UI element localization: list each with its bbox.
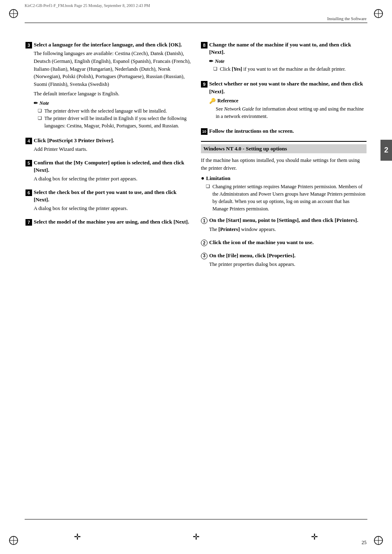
step-10-content: Follow the instructions on the screen. xyxy=(209,127,367,136)
section-step-1: 1 On the [Start] menu, point to [Setting… xyxy=(201,217,367,235)
section-step-3-body: The printer properties dialog box appear… xyxy=(209,261,367,268)
step-5: 5 Confirm that the [My Computer] option … xyxy=(25,159,191,185)
step-3-content: Select a language for the interface lang… xyxy=(34,41,191,133)
section-step-3-number: 3 xyxy=(201,253,208,259)
step-8-note: ✏ Note ❏ Click [Yes] if you want to set … xyxy=(209,58,367,73)
note-8-item-1: ❏ Click [Yes] if you want to set the mac… xyxy=(213,65,367,73)
header-line xyxy=(25,23,367,23)
section-step-2-title: Click the icon of the machine you want t… xyxy=(209,239,367,246)
section-step-3-title: On the [File] menu, click [Properties]. xyxy=(209,252,367,259)
step-7-number: 7 xyxy=(25,219,32,226)
section-step-3-content: On the [File] menu, click [Properties]. … xyxy=(209,252,367,270)
note-3-title: ✏ Note xyxy=(34,100,191,106)
section-step-3: 3 On the [File] menu, click [Properties]… xyxy=(201,252,367,270)
note-icon: ✏ xyxy=(34,100,38,106)
corner-mark-tr xyxy=(372,7,385,20)
step-7: 7 Select the model of the machine you ar… xyxy=(25,218,191,227)
step-7-content: Select the model of the machine you are … xyxy=(34,218,191,227)
step-5-title: Confirm that the [My Computer] option is… xyxy=(34,159,191,174)
footer-cross-left: ✛ xyxy=(74,532,81,542)
limitation-box: ● Limitation ❏ Changing printer settings… xyxy=(201,175,367,212)
corner-mark-br xyxy=(372,534,385,547)
chapter-tab: 2 xyxy=(380,140,392,161)
step-4-title: Click [PostScript 3 Printer Driver]. xyxy=(34,137,191,144)
main-content: 3 Select a language for the interface la… xyxy=(25,41,367,517)
note-8-title: ✏ Note xyxy=(209,58,367,65)
step-10: 10 Follow the instructions on the screen… xyxy=(201,127,367,136)
step-8-title: Change the name of the machine if you wa… xyxy=(209,41,367,56)
step-6-title: Select the check box of the port you wan… xyxy=(34,189,191,203)
step-5-body: A dialog box for selecting the printer p… xyxy=(34,175,191,183)
right-column: 8 Change the name of the machine if you … xyxy=(201,41,367,274)
header-section: Installing the Software xyxy=(327,16,367,21)
section-step-2: 2 Click the icon of the machine you want… xyxy=(201,239,367,247)
step-9-title: Select whether or not you want to share … xyxy=(209,80,367,95)
note-3-item-2: ❏ The printer driver will be installed i… xyxy=(38,115,191,129)
step-4-body: Add Printer Wizard starts. xyxy=(34,145,191,153)
step-3-body2: The default interface language is Englis… xyxy=(34,90,191,98)
section-step-1-body: The [Printers] window appears. xyxy=(209,226,367,233)
note-3-item-1: ❏ The printer driver with the selected l… xyxy=(38,107,191,115)
step-9-number: 9 xyxy=(201,81,208,88)
step-9-ref: 🔑 Reference See Network Guide for inform… xyxy=(209,98,367,120)
step-10-title: Follow the instructions on the screen. xyxy=(209,127,367,135)
step-3-body: The following languages are available: C… xyxy=(34,50,191,88)
section-step-2-number: 2 xyxy=(201,240,208,246)
step-3-note: ✏ Note ❏ The printer driver with the sel… xyxy=(34,100,191,129)
page-number: 25 xyxy=(362,540,367,546)
limitation-title: ● Limitation xyxy=(201,175,367,182)
corner-mark-tl xyxy=(7,7,20,20)
step-4-content: Click [PostScript 3 Printer Driver]. Add… xyxy=(34,137,191,155)
section-divider xyxy=(201,141,367,142)
section-step-1-number: 1 xyxy=(201,217,208,224)
step-8-content: Change the name of the machine if you wa… xyxy=(209,41,367,76)
ref-9-title: 🔑 Reference xyxy=(209,98,367,104)
ref-9-body: See Network Guide for information about … xyxy=(216,105,367,120)
page: KirC2-GB-Pref1-F_FM.book Page 25 Monday,… xyxy=(0,0,392,554)
step-6-body: A dialog box for selecting the printer a… xyxy=(34,205,191,212)
left-column: 3 Select a language for the interface la… xyxy=(25,41,191,274)
step-8: 8 Change the name of the machine if you … xyxy=(201,41,367,76)
step-7-title: Select the model of the machine you are … xyxy=(34,218,191,226)
step-6-number: 6 xyxy=(25,189,32,196)
section-step-2-content: Click the icon of the machine you want t… xyxy=(209,239,367,247)
step-6-content: Select the check box of the port you wan… xyxy=(34,189,191,214)
step-4-number: 4 xyxy=(25,138,32,144)
step-3: 3 Select a language for the interface la… xyxy=(25,41,191,133)
corner-mark-bl xyxy=(7,534,20,547)
step-10-number: 10 xyxy=(201,128,208,135)
footer-cross-right: ✛ xyxy=(311,532,318,542)
step-9: 9 Select whether or not you want to shar… xyxy=(201,80,367,123)
footer-cross-center: ✛ xyxy=(193,532,200,542)
step-6: 6 Select the check box of the port you w… xyxy=(25,189,191,214)
limitation-icon: ● xyxy=(201,175,204,182)
step-9-content: Select whether or not you want to share … xyxy=(209,80,367,123)
section-intro: If the machine has options installed, yo… xyxy=(201,157,367,172)
footer-line xyxy=(25,519,367,531)
step-5-content: Confirm that the [My Computer] option is… xyxy=(34,159,191,185)
limitation-item-1: ❏ Changing printer settings requires Man… xyxy=(206,183,367,212)
step-5-number: 5 xyxy=(25,160,32,166)
key-icon: 🔑 xyxy=(209,98,216,104)
section-step-1-content: On the [Start] menu, point to [Settings]… xyxy=(209,217,367,235)
step-3-number: 3 xyxy=(25,42,32,48)
note-8-icon: ✏ xyxy=(209,58,213,65)
header-meta: KirC2-GB-Pref1-F_FM.book Page 25 Monday,… xyxy=(25,3,150,8)
step-4: 4 Click [PostScript 3 Printer Driver]. A… xyxy=(25,137,191,155)
step-3-title: Select a language for the interface lang… xyxy=(34,41,191,48)
section-step-1-title: On the [Start] menu, point to [Settings]… xyxy=(209,217,367,224)
section-title: Windows NT 4.0 - Setting up options xyxy=(201,144,367,153)
step-8-number: 8 xyxy=(201,42,208,48)
